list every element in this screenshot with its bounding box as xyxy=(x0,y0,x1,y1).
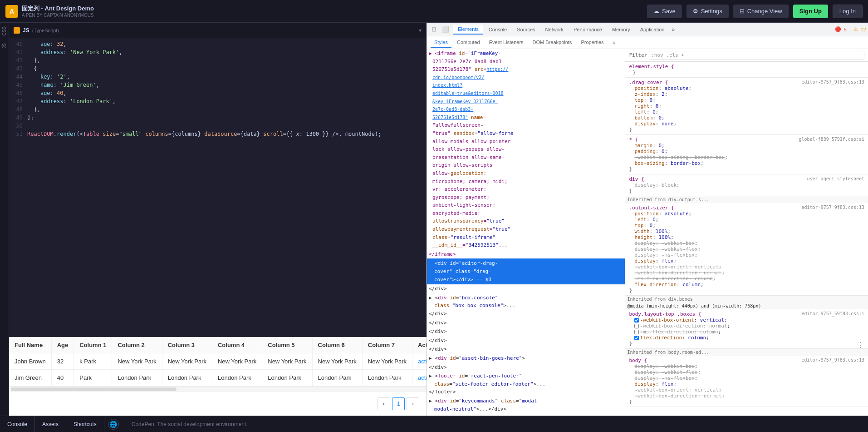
styles-source-room[interactable]: editor-9757_9f83.css:13 xyxy=(802,358,864,362)
subtab-styles[interactable]: Styles xyxy=(431,38,451,48)
dom-panel[interactable]: ▶ <iframe id="iFrameKey- 0211766e-2e7c-0… xyxy=(427,49,625,416)
tab-console[interactable]: Console xyxy=(484,25,511,34)
divider: | xyxy=(849,27,851,32)
styles-prop: top: 0; xyxy=(629,97,864,103)
tab-sources[interactable]: Sources xyxy=(512,25,539,34)
tab-performance[interactable]: Performance xyxy=(569,25,607,34)
col-fullname: Full Name xyxy=(9,337,51,353)
cell-col7: London Park xyxy=(362,370,412,386)
dom-line[interactable]: </div> xyxy=(427,318,625,328)
page-1-button[interactable]: 1 xyxy=(392,397,405,410)
cell-col2: London Park xyxy=(112,370,162,386)
settings-button[interactable]: ⚙ Settings xyxy=(687,5,729,18)
dom-line[interactable]: ▶ <div id="box-console" class="box box-c… xyxy=(427,293,625,318)
styles-source-agent: user agent stylesheet xyxy=(807,176,864,181)
subtab-computed[interactable]: Computed xyxy=(453,38,484,48)
code-line: 47 address: 'London Park', xyxy=(9,97,426,105)
dom-line[interactable]: </div> xyxy=(427,327,625,336)
cloud-icon: ☁ xyxy=(653,8,659,15)
cell-age: 32 xyxy=(51,353,74,370)
devtools-subtabs: Styles Computed Event Listeners DOM Brea… xyxy=(427,36,868,49)
code-line: 45 name: 'Jim Green', xyxy=(9,81,426,89)
more-options-button[interactable]: ⋮ xyxy=(857,341,864,349)
devtools-inspect-button[interactable]: ⊡ xyxy=(429,25,439,35)
devtools-body: ▶ <iframe id="iFrameKey- 0211766e-2e7c-0… xyxy=(427,49,868,416)
action-link[interactable]: action xyxy=(418,374,427,381)
code-line: 44 key: '2', xyxy=(9,73,426,81)
save-button[interactable]: ☁ Save xyxy=(647,5,682,18)
output-sizer-selector: .output-sizer { xyxy=(629,205,674,211)
body-layout-selector: body.layout-top .boxes { xyxy=(629,311,701,317)
dom-line[interactable]: </div> xyxy=(427,284,625,293)
drag-cover-selector: .drag-cover { xyxy=(629,79,668,85)
code-line: 41 address: 'New York Park', xyxy=(9,48,426,56)
subtab-properties[interactable]: Properties xyxy=(577,38,607,48)
cell-col7: New York Park xyxy=(362,353,412,370)
devtools-responsive-button[interactable]: ⬜ xyxy=(441,25,451,35)
cell-col6: London Park xyxy=(312,370,362,386)
styles-filter-bar: Filter :hov .cls + xyxy=(625,49,868,62)
cell-action[interactable]: action xyxy=(412,353,427,370)
styles-prop: display: none; xyxy=(629,121,864,127)
table-wrapper[interactable]: Full Name Age Column 1 Column 2 Column 3… xyxy=(9,337,427,386)
filter-input[interactable]: :hov .cls + xyxy=(649,51,864,60)
logo-icon: A xyxy=(5,5,18,18)
prop-checkbox[interactable] xyxy=(634,324,639,328)
signup-button[interactable]: Sign Up xyxy=(793,5,828,18)
more-tabs-button[interactable]: » xyxy=(670,26,677,33)
login-button[interactable]: Log In xyxy=(833,5,863,18)
subtab-dom-breakpoints[interactable]: DOM Breakpoints xyxy=(529,38,576,48)
inherited-from-boxes: Inherited from div.boxes xyxy=(625,296,868,303)
prop-checkbox[interactable] xyxy=(634,330,639,334)
js-label: JS xyxy=(1,40,8,52)
dom-line-selected[interactable]: <div id="editor-drag- cover" class="drag… xyxy=(427,258,625,284)
dom-line[interactable]: </div> xyxy=(427,336,625,345)
styles-drag-cover: editor-9757_9f83.css:13 .drag-cover { po… xyxy=(625,78,868,135)
dom-line[interactable]: ▶ <div id="asset-bin-goes-here"> xyxy=(427,354,625,363)
styles-prop: z-index: 2; xyxy=(629,91,864,97)
styles-source-global[interactable]: global-f839_5791f.css:si xyxy=(799,137,865,142)
tab-application[interactable]: Application xyxy=(636,25,669,34)
styles-source-output[interactable]: editor-9757_9f83.css:13 xyxy=(802,205,864,210)
cell-col4: London Park xyxy=(212,370,262,386)
tab-network[interactable]: Network xyxy=(541,25,568,34)
main-layout: CSS JS JS (TypeScript) ▾ 40 age: 32, 41 … xyxy=(0,23,868,416)
cell-col4: New York Park xyxy=(212,353,262,370)
dom-line[interactable]: </iframe> xyxy=(427,250,625,259)
prop-checkbox[interactable] xyxy=(634,318,639,323)
styles-prop: right: 0; xyxy=(629,103,864,109)
scroll-thumb[interactable] xyxy=(11,387,177,391)
dom-line[interactable]: ▶ <footer id="react-pen-footer" class="s… xyxy=(427,372,625,397)
action-link[interactable]: action xyxy=(418,358,427,365)
dom-line[interactable]: </div> xyxy=(427,345,625,354)
prop-checkbox[interactable] xyxy=(634,336,639,340)
styles-source[interactable]: editor-9757_9f83.css:13 xyxy=(802,79,864,84)
code-line: 43 { xyxy=(9,65,426,73)
code-line: 46 age: 40, xyxy=(9,89,426,97)
dom-line[interactable]: ▶ <div id="keycommands" class="modal mod… xyxy=(427,397,625,413)
prev-page-button[interactable]: ‹ xyxy=(378,397,390,410)
subtab-more[interactable]: » xyxy=(609,38,619,48)
tab-elements[interactable]: Elements xyxy=(453,25,483,35)
editor-collapse-button[interactable]: ▾ xyxy=(419,27,422,34)
styles-panel[interactable]: Filter :hov .cls + element.style { } edi… xyxy=(625,49,868,416)
dom-line[interactable]: </div> xyxy=(427,363,625,372)
styles-source-body[interactable]: editor-9757_59f83.css:i xyxy=(802,311,864,316)
col-5: Column 5 xyxy=(262,337,312,353)
scroll-track[interactable] xyxy=(9,386,427,392)
changeview-button[interactable]: ⊞ Change View xyxy=(733,5,789,18)
dom-line[interactable]: ▶ <iframe id="iFrameKey- 0211766e-2e7c-0… xyxy=(427,49,625,250)
gear-icon: ⚙ xyxy=(693,8,698,15)
table-row: John Brown 32 k Park New York Park New Y… xyxy=(9,353,427,370)
tab-memory[interactable]: Memory xyxy=(608,25,635,34)
col-age: Age xyxy=(51,337,74,353)
logo-area: A 固定列 - Ant Design Demo A PEN BY CAPTAIN… xyxy=(5,5,94,18)
code-line: 51 ReactDOM.render(<Table size="small" c… xyxy=(9,130,426,138)
topbar: A 固定列 - Ant Design Demo A PEN BY CAPTAIN… xyxy=(0,0,868,23)
cell-action[interactable]: action xyxy=(412,370,427,386)
next-page-button[interactable]: › xyxy=(407,397,419,410)
star-selector: * { xyxy=(629,137,638,143)
layout-icon: ⊞ xyxy=(740,8,745,15)
subtab-event-listeners[interactable]: Event Listeners xyxy=(485,38,527,48)
code-area[interactable]: 40 age: 32, 41 address: 'New York Park',… xyxy=(9,38,426,337)
